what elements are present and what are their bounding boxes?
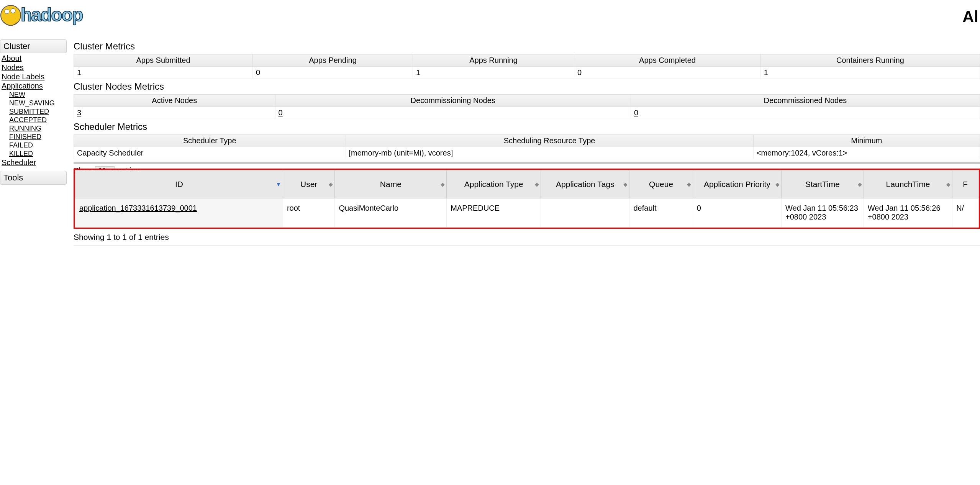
sidebar-appstate-running[interactable]: RUNNING (9, 125, 41, 132)
sm-h-resource-type: Scheduling Resource Type (346, 135, 753, 147)
sm-h-minimum: Minimum (753, 135, 980, 147)
cell-start: Wed Jan 11 05:56:23 +0800 2023 (782, 198, 864, 227)
sidebar-link-scheduler[interactable]: Scheduler (2, 158, 36, 167)
table-row: application_1673331613739_0001 root Quas… (75, 198, 978, 227)
nm-h-decommissioning: Decommissioning Nodes (275, 95, 631, 107)
col-app-tags[interactable]: Application Tags◆ (541, 170, 629, 198)
sort-icon: ◆ (687, 181, 690, 187)
cluster-metrics-table: Apps Submitted Apps Pending Apps Running… (74, 54, 980, 79)
sort-desc-icon: ▼ (276, 181, 280, 187)
sort-icon: ◆ (329, 181, 332, 187)
page-title: Al (962, 8, 978, 26)
cell-tags (541, 198, 629, 227)
app-id-link[interactable]: application_1673331613739_0001 (79, 204, 197, 212)
hadoop-logo: hadoop (0, 0, 123, 36)
cm-v-apps-running: 1 (413, 67, 574, 79)
sidebar-link-applications[interactable]: Applications (2, 82, 43, 90)
sidebar-appstate-accepted[interactable]: ACCEPTED (9, 116, 47, 124)
nm-h-active: Active Nodes (74, 95, 275, 107)
cluster-metrics-title: Cluster Metrics (74, 41, 980, 52)
cm-v-containers-running: 1 (760, 67, 980, 79)
nm-v-decommissioned[interactable]: 0 (634, 108, 638, 117)
sm-v-minimum: <memory:1024, vCores:1> (753, 147, 980, 159)
scheduler-metrics-table: Scheduler Type Scheduling Resource Type … (74, 134, 980, 159)
cell-queue: default (629, 198, 693, 227)
col-launchtime[interactable]: LaunchTime◆ (864, 170, 952, 198)
sort-icon: ◆ (535, 181, 538, 187)
sidebar-appstate-submitted[interactable]: SUBMITTED (9, 108, 49, 115)
svg-text:hadoop: hadoop (21, 5, 83, 25)
cell-type: MAPREDUCE (447, 198, 541, 227)
nm-v-decommissioning[interactable]: 0 (279, 108, 283, 117)
cm-v-apps-completed: 0 (574, 67, 761, 79)
sort-icon: ◆ (623, 181, 627, 187)
col-starttime[interactable]: StartTime◆ (782, 170, 864, 198)
sort-icon: ◆ (775, 181, 779, 187)
sidebar-appstate-failed[interactable]: FAILED (9, 141, 33, 149)
sort-icon: ◆ (946, 181, 950, 187)
sidebar-link-about[interactable]: About (2, 54, 21, 62)
cell-launch: Wed Jan 11 05:56:26 +0800 2023 (864, 198, 952, 227)
sidebar-appstate-finished[interactable]: FINISHED (9, 133, 41, 141)
cm-h-apps-running: Apps Running (413, 54, 574, 67)
col-queue[interactable]: Queue◆ (629, 170, 693, 198)
sidebar-appstate-new[interactable]: NEW (9, 91, 25, 98)
sort-icon: ◆ (441, 181, 444, 187)
nodes-metrics-title: Cluster Nodes Metrics (74, 81, 980, 92)
cm-v-apps-pending: 0 (253, 67, 413, 79)
sidebar-appstate-new-saving[interactable]: NEW_SAVING (9, 99, 55, 107)
nodes-metrics-table: Active Nodes Decommissioning Nodes Decom… (74, 94, 980, 119)
cell-priority: 0 (693, 198, 781, 227)
applications-table: ID▼ User◆ Name◆ Application Type◆ Applic… (75, 170, 978, 227)
cell-f: N/ (952, 198, 978, 227)
applications-highlight: ID▼ User◆ Name◆ Application Type◆ Applic… (74, 169, 980, 229)
sm-v-resource-type: [memory-mb (unit=Mi), vcores] (346, 147, 753, 159)
col-name[interactable]: Name◆ (335, 170, 447, 198)
cm-h-containers-running: Containers Running (760, 54, 980, 67)
sidebar-link-nodes[interactable]: Nodes (2, 63, 24, 72)
scheduler-metrics-title: Scheduler Metrics (74, 121, 980, 132)
sm-v-type: Capacity Scheduler (74, 147, 346, 159)
nm-h-decommissioned: Decommissioned Nodes (631, 95, 980, 107)
sidebar-cluster-header[interactable]: Cluster (0, 39, 67, 53)
svg-point-1 (5, 9, 9, 14)
sidebar-appstate-killed[interactable]: KILLED (9, 150, 33, 157)
sidebar: Cluster About Nodes Node Labels Applicat… (0, 39, 67, 185)
cm-h-apps-pending: Apps Pending (253, 54, 413, 67)
cm-h-apps-submitted: Apps Submitted (74, 54, 253, 67)
cell-user: root (283, 198, 334, 227)
sort-icon: ◆ (858, 181, 861, 187)
sidebar-link-node-labels[interactable]: Node Labels (2, 72, 44, 81)
cm-v-apps-submitted: 1 (74, 67, 253, 79)
col-id[interactable]: ID▼ (75, 170, 283, 198)
cell-name: QuasiMonteCarlo (335, 198, 447, 227)
nm-v-active[interactable]: 3 (77, 108, 81, 117)
col-user[interactable]: User◆ (283, 170, 334, 198)
sm-h-type: Scheduler Type (74, 135, 346, 147)
main-content: Cluster Metrics Apps Submitted Apps Pend… (67, 39, 980, 246)
cm-h-apps-completed: Apps Completed (574, 54, 761, 67)
sidebar-tools-header[interactable]: Tools (0, 171, 67, 185)
datatable-info: Showing 1 to 1 of 1 entries (74, 233, 980, 242)
col-app-type[interactable]: Application Type◆ (447, 170, 541, 198)
col-f[interactable]: F (952, 170, 978, 198)
svg-point-2 (11, 8, 15, 13)
col-app-priority[interactable]: Application Priority◆ (693, 170, 781, 198)
